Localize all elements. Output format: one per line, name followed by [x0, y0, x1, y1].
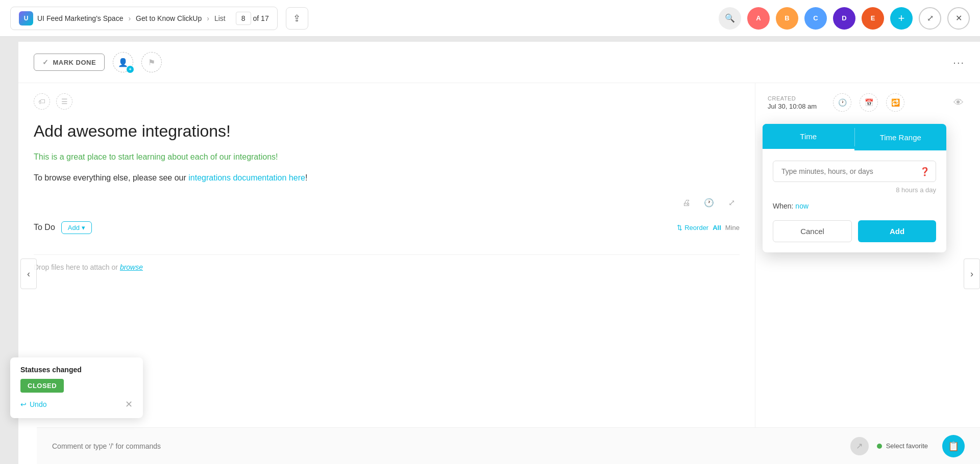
cancel-button[interactable]: Cancel: [773, 220, 852, 242]
repeat-icon-button[interactable]: 🔁: [886, 93, 904, 112]
filter-all-button[interactable]: All: [713, 224, 721, 231]
mark-done-button[interactable]: ✓ MARK DONE: [34, 54, 105, 71]
when-now-link[interactable]: now: [795, 202, 808, 210]
todo-header: To Do Add ▾ ⇅ Reorder All Mine: [34, 221, 740, 234]
person-icon: 👤: [118, 58, 128, 67]
closed-badge: CLOSED: [20, 379, 64, 393]
breadcrumb-view[interactable]: List: [214, 14, 226, 22]
task-description: To browse everything else, please see ou…: [34, 171, 740, 185]
list-tool-button[interactable]: ☰: [56, 93, 72, 110]
chevron-down-icon: ▾: [82, 224, 85, 231]
time-when: When: now: [773, 202, 936, 210]
breadcrumb-project[interactable]: Get to Know ClickUp: [136, 14, 202, 22]
toast-title: Statuses changed: [20, 366, 133, 374]
created-date: Jul 30, 10:08 am: [768, 102, 817, 110]
undo-button[interactable]: ↩ Undo: [20, 400, 46, 408]
browse-link[interactable]: browse: [120, 263, 143, 271]
favorite-dot: [877, 444, 882, 449]
top-bar-actions: ⇪: [286, 7, 308, 30]
time-icon-button[interactable]: 🕐: [833, 93, 851, 112]
bottom-bar: ↗ Select favorite 📋: [37, 427, 980, 464]
top-bar: U UI Feed Marketing's Space › Get to Kno…: [0, 0, 980, 37]
reorder-button[interactable]: ⇅ Reorder: [677, 224, 708, 231]
page-number[interactable]: 8: [236, 12, 251, 25]
add-time-button[interactable]: Add: [858, 220, 936, 242]
task-header: ✓ MARK DONE 👤 + ⚑ ···: [18, 42, 980, 83]
avatar-1[interactable]: A: [747, 7, 770, 30]
time-hint: 8 hours a day: [773, 186, 936, 194]
more-options-button[interactable]: ···: [953, 57, 965, 68]
toast-close-button[interactable]: ✕: [125, 399, 133, 410]
time-popup-body: ❓ 8 hours a day When: now Cancel Add: [763, 150, 946, 252]
search-icon-btn[interactable]: 🔍: [719, 7, 741, 30]
time-input-wrap: ❓: [773, 161, 936, 182]
clipboard-icon: 📋: [948, 441, 959, 452]
time-popup-tabs: Time Time Range: [763, 124, 946, 150]
filter-mine-button[interactable]: Mine: [725, 224, 740, 231]
select-favorite-label[interactable]: Select favorite: [886, 442, 928, 450]
created-label: CREATED: [768, 95, 817, 101]
of-pages: of 17: [253, 14, 269, 22]
todo-label: To Do: [34, 223, 55, 232]
toast-footer: ↩ Undo ✕: [20, 399, 133, 410]
nav-next[interactable]: ›: [964, 259, 980, 289]
tag-tool-button[interactable]: 🏷: [34, 93, 50, 110]
select-favorite-area: Select favorite: [877, 442, 928, 450]
task-right-panel: CREATED Jul 30, 10:08 am 🕐 📅 🔁 👁 Time Ti…: [755, 83, 980, 464]
reorder-icon: ⇅: [677, 224, 682, 231]
logo: U: [19, 11, 33, 25]
flag-button[interactable]: ⚑: [141, 52, 162, 72]
integrations-link[interactable]: integrations documentation here: [188, 173, 305, 182]
todo-filters: ⇅ Reorder All Mine: [677, 224, 740, 231]
add-assignee-icon: +: [127, 66, 134, 73]
task-right-inner: CREATED Jul 30, 10:08 am 🕐 📅 🔁 👁 Time Ti…: [768, 93, 968, 112]
created-info: CREATED Jul 30, 10:08 am: [768, 95, 817, 110]
comment-input[interactable]: [52, 442, 842, 450]
task-title: Add awesome integrations!: [34, 122, 740, 141]
task-footer-icons: 🖨 🕐 ⤢: [34, 195, 740, 211]
export-button[interactable]: ⇪: [286, 7, 308, 30]
close-button[interactable]: ✕: [947, 7, 970, 30]
tab-time-range[interactable]: Time Range: [855, 124, 947, 150]
add-button[interactable]: +: [890, 7, 913, 30]
breadcrumb-space[interactable]: UI Feed Marketing's Space: [37, 14, 123, 22]
watch-button[interactable]: 👁: [949, 93, 968, 112]
page-nav: 8 of 17: [236, 12, 269, 25]
avatar-4[interactable]: D: [833, 7, 855, 30]
assign-button[interactable]: 👤 +: [113, 52, 133, 72]
modal-container: ✓ MARK DONE 👤 + ⚑ ··· 🏷 ☰ Add awesome in…: [18, 42, 980, 464]
task-body: 🏷 ☰ Add awesome integrations! This is a …: [18, 83, 980, 464]
status-toast: Statuses changed CLOSED ↩ Undo ✕: [10, 357, 143, 418]
tab-time[interactable]: Time: [763, 124, 854, 150]
undo-icon: ↩: [20, 400, 27, 408]
clipboard-button[interactable]: 📋: [942, 435, 965, 457]
history-button[interactable]: 🕐: [701, 195, 717, 211]
time-popup: Time Time Range ❓ 8 hours a day When: no…: [763, 124, 946, 252]
breadcrumb: U UI Feed Marketing's Space › Get to Kno…: [10, 7, 278, 30]
todo-add-button[interactable]: Add ▾: [61, 221, 92, 234]
avatar-2[interactable]: B: [776, 7, 798, 30]
attach-area: Drop files here to attach or browse: [34, 254, 740, 279]
help-icon[interactable]: ❓: [920, 167, 930, 176]
check-icon: ✓: [42, 58, 49, 66]
print-button[interactable]: 🖨: [678, 195, 695, 211]
task-description-green: This is a great place to start learning …: [34, 151, 740, 163]
todo-section: To Do Add ▾ ⇅ Reorder All Mine: [34, 221, 740, 234]
flag-icon: ⚑: [148, 58, 155, 67]
task-tools: 🏷 ☰: [34, 93, 740, 110]
time-input[interactable]: [773, 161, 936, 182]
right-meta: CREATED Jul 30, 10:08 am 🕐 📅 🔁 👁: [768, 93, 968, 112]
calendar-icon-button[interactable]: 📅: [860, 93, 878, 112]
send-button[interactable]: ↗: [850, 437, 869, 455]
top-bar-right: 🔍 A B C D E + ⤢ ✕: [719, 7, 970, 30]
avatar-5[interactable]: E: [862, 7, 884, 30]
expand-content-button[interactable]: ⤢: [723, 195, 740, 211]
breadcrumb-sep2: ›: [207, 14, 209, 22]
avatar-3[interactable]: C: [804, 7, 827, 30]
nav-prev[interactable]: ‹: [20, 259, 37, 289]
breadcrumb-sep1: ›: [128, 14, 131, 22]
expand-button[interactable]: ⤢: [919, 7, 941, 30]
time-popup-actions: Cancel Add: [773, 220, 936, 242]
send-icon: ↗: [856, 441, 863, 451]
